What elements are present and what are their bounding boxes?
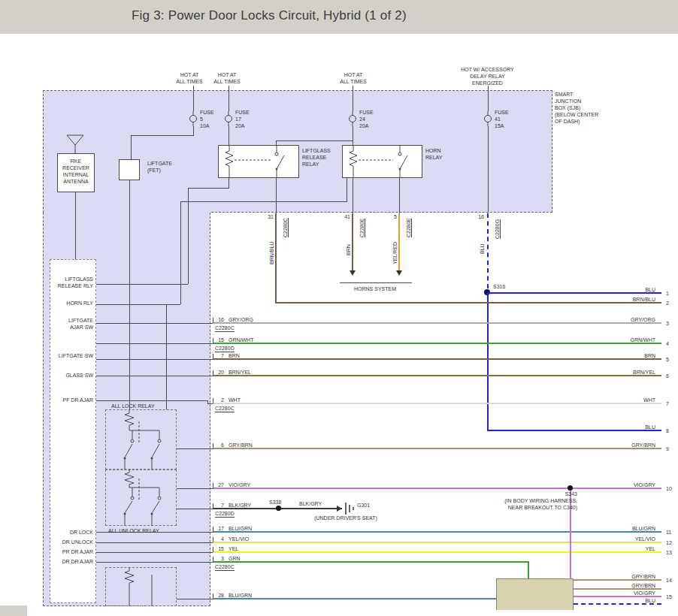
wire-segment bbox=[96, 552, 213, 553]
circuit-number: 13 bbox=[666, 549, 672, 556]
connector-label: C2280C bbox=[215, 405, 235, 412]
antenna-icon bbox=[65, 134, 86, 154]
io-label: DR LOCK bbox=[51, 529, 93, 536]
fuse-label: FUSE2420A bbox=[359, 109, 374, 129]
wire-segment bbox=[353, 126, 353, 145]
wire-viogry-row-10 bbox=[213, 488, 661, 489]
wire-segment bbox=[188, 188, 229, 189]
wire-color-label: GRN/WHT bbox=[601, 337, 655, 343]
wire-color-label: BRN/BLU bbox=[601, 296, 655, 303]
wire-blugrn-row-11 bbox=[213, 531, 661, 533]
wire-segment bbox=[488, 86, 489, 111]
io-label: HORN RLY bbox=[51, 300, 93, 306]
all-unlock-relay-label: ALL UNLOCK RELAY bbox=[108, 527, 159, 534]
io-label: LIFTGATE SW bbox=[51, 352, 93, 359]
wire-segment bbox=[399, 178, 400, 213]
fuse-rating: 10A bbox=[200, 122, 214, 129]
pin-number: 2 bbox=[212, 397, 224, 403]
all-lock-relay-icon bbox=[105, 409, 177, 470]
wire-color-label: BLU/GRN bbox=[229, 525, 252, 532]
wire-color-label: YEL/VIO bbox=[601, 536, 655, 542]
circuit-number: 9 bbox=[666, 445, 669, 452]
fuse-icon bbox=[348, 111, 357, 126]
bottom-relay-icon bbox=[105, 567, 177, 606]
wire-segment bbox=[131, 135, 194, 136]
fuse-rating: 15A bbox=[495, 122, 509, 129]
wire-color-label: VIO/GRY bbox=[229, 482, 250, 488]
wire-blu-dashed-vertical bbox=[487, 213, 489, 288]
wire-segment bbox=[131, 135, 132, 159]
circuit-number: 7 bbox=[666, 400, 669, 407]
wire-color-label: GRY/BRN bbox=[229, 442, 253, 448]
circuit-number: 3 bbox=[666, 320, 669, 327]
wire-brnblu-vertical bbox=[275, 213, 277, 303]
wire-segment bbox=[353, 178, 353, 213]
pin-number: 20 bbox=[212, 369, 224, 376]
io-label: LIFTGLASS RELEASE RLY bbox=[51, 276, 93, 289]
circuit-number: 15 bbox=[666, 593, 672, 600]
wire-segment bbox=[96, 400, 207, 401]
wire-segment bbox=[96, 562, 213, 563]
wire-segment bbox=[180, 201, 181, 304]
wire-color-label: GRY/BRN bbox=[601, 573, 655, 580]
io-label: DR UNLOCK bbox=[51, 539, 93, 545]
ground-icon bbox=[344, 502, 355, 515]
wire-color-label: VIO/GRY bbox=[601, 590, 655, 596]
connector-label: C2280E bbox=[359, 219, 365, 237]
splice-s343-note: (IN BODY WIRING HARNESS, NEAR BREAKOUT T… bbox=[451, 497, 577, 511]
wire-color-label: VIO/GRY bbox=[601, 482, 655, 488]
bottom-connector-block bbox=[496, 578, 574, 610]
wire-grn-row bbox=[213, 561, 529, 563]
pin-number: 15 bbox=[212, 545, 224, 552]
pin-number: 6 bbox=[212, 442, 224, 448]
wire-grn-vertical bbox=[528, 561, 529, 578]
wire-color-label: BLU bbox=[480, 243, 485, 254]
wire-brnyel-row-6 bbox=[213, 375, 661, 376]
wire-grybrn-row-9 bbox=[213, 448, 661, 449]
wire-segment bbox=[96, 323, 213, 324]
circuit-number: 6 bbox=[666, 373, 669, 379]
wire-color-label: GRY/ORG bbox=[229, 316, 253, 323]
connector-label: C2280C bbox=[215, 563, 235, 571]
pin-number: 41 bbox=[341, 213, 350, 220]
liftglass-relay-icon bbox=[218, 145, 299, 178]
wire-segment bbox=[276, 178, 277, 213]
circuit-number: 10 bbox=[666, 485, 672, 492]
splice-s338-dot bbox=[276, 506, 281, 511]
sjb-callout: SMART JUNCTION BOX (SJB) (BELOW CENTER O… bbox=[555, 91, 598, 125]
circuit-number: 2 bbox=[666, 300, 669, 306]
wire-color-label: GRY/BRN bbox=[601, 582, 655, 589]
wire-color-label: YEL/RED bbox=[392, 242, 398, 264]
power-feed-label: HOT AT ALL TIMES bbox=[204, 71, 250, 85]
wire-segment bbox=[177, 448, 213, 449]
wire-color-label: YEL/VIO bbox=[229, 536, 249, 542]
ground-g301-note: (UNDER DRIVER'S SEAT) bbox=[297, 515, 395, 521]
io-label: PR DR AJAR bbox=[51, 548, 93, 555]
splice-s343-dot bbox=[568, 485, 573, 491]
circuit-number: 11 bbox=[666, 529, 671, 536]
pin-number: 16 bbox=[475, 213, 484, 220]
fuse-number: 17 bbox=[235, 116, 250, 122]
liftglass-relay-label: LIFTGLASS RELEASE RELAY bbox=[302, 147, 331, 168]
pin-number: 16 bbox=[212, 316, 224, 323]
connector-label: C2280D bbox=[215, 510, 235, 518]
wire-segment bbox=[96, 304, 180, 305]
wire-blugrn-row-28 bbox=[213, 598, 496, 599]
wiring-diagram-page: Fig 3: Power Door Locks Circuit, Hybrid … bbox=[0, 0, 678, 616]
wire-segment bbox=[193, 126, 194, 135]
wire-color-label: BLU bbox=[601, 286, 655, 293]
liftgate-fet-label: LIFTGATE (FET) bbox=[147, 160, 172, 174]
wire-segment bbox=[229, 86, 229, 111]
wire-segment bbox=[180, 201, 347, 202]
horns-system-label: HORNS SYSTEM bbox=[333, 285, 417, 292]
wire-yelvio-row-12 bbox=[213, 542, 661, 543]
splice-s343-label: S343 bbox=[466, 491, 577, 497]
wire-segment bbox=[75, 192, 76, 259]
wire-grnwht-row-4 bbox=[213, 343, 661, 344]
connector-label: C2280E bbox=[406, 219, 412, 237]
wire-color-label: BLU/GRN bbox=[601, 525, 655, 532]
wire-color-label: BLU bbox=[601, 597, 655, 604]
wire-color-label: BRN/BLU bbox=[269, 242, 274, 264]
wire-segment bbox=[188, 188, 189, 284]
connector-label: C2280C bbox=[215, 325, 235, 332]
